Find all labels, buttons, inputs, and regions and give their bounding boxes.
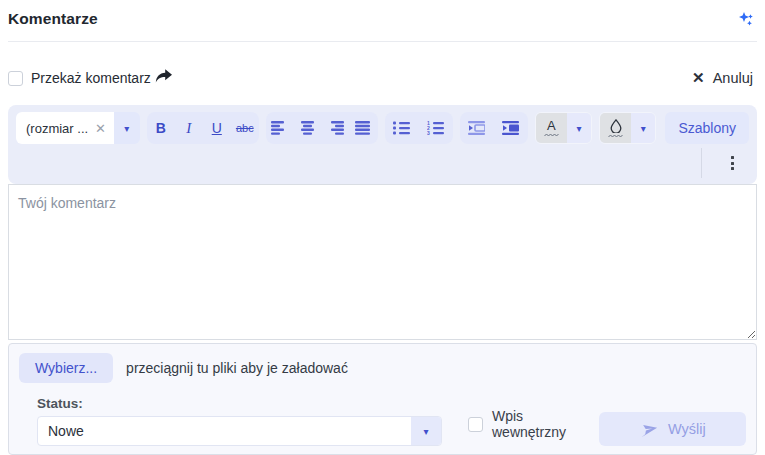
font-size-placeholder: (rozmiar ... — [26, 121, 88, 136]
strikethrough-button[interactable]: abc — [231, 113, 259, 143]
underline-button[interactable]: U — [203, 113, 231, 143]
bullet-list-icon — [393, 121, 410, 135]
cancel-label: Anuluj — [713, 70, 753, 86]
align-right-icon — [327, 121, 344, 135]
status-label: Status: — [37, 396, 442, 411]
upload-row: Wybierz... przeciągnij tu pliki aby je z… — [19, 353, 746, 383]
text-color-button[interactable]: A — [536, 113, 567, 143]
header: Komentarze — [8, 8, 757, 42]
text-color-icon: A — [547, 119, 556, 132]
toolbar-divider — [701, 148, 702, 178]
bullet-list-button[interactable] — [385, 113, 419, 143]
outdent-button[interactable] — [460, 113, 494, 143]
editor-toolbar: (rozmiar ... ✕ ▾ B I U abc — [8, 105, 757, 184]
align-left-icon — [271, 121, 288, 135]
internal-entry-label: Wpis wewnętrzny — [492, 408, 599, 440]
underline-icon: U — [212, 120, 222, 136]
bold-icon: B — [156, 120, 166, 136]
zigzag-underline-icon — [544, 133, 559, 137]
status-block: Status: Nowe ▾ — [37, 396, 442, 446]
kebab-menu-icon[interactable] — [715, 148, 749, 178]
toolbar-row-1: (rozmiar ... ✕ ▾ B I U abc — [16, 110, 749, 146]
zigzag-underline-icon — [608, 134, 623, 138]
attachment-status-panel: Wybierz... przeciągnij tu pliki aby je z… — [8, 343, 757, 455]
list-group: 123 — [385, 112, 453, 144]
text-style-group: B I U abc — [147, 112, 259, 144]
internal-entry-group: Wpis wewnętrzny — [468, 408, 599, 440]
highlight-color-dropdown-button[interactable]: ▾ — [631, 113, 655, 143]
templates-button[interactable]: Szablony — [665, 112, 749, 144]
highlight-color-button[interactable] — [600, 113, 631, 143]
strikethrough-icon: abc — [236, 122, 254, 134]
clear-icon[interactable]: ✕ — [95, 121, 106, 136]
text-color-control: A ▾ — [535, 112, 592, 144]
indent-group — [460, 112, 528, 144]
toolbar-row-2 — [16, 146, 749, 180]
status-dropdown-button[interactable]: ▾ — [411, 417, 441, 445]
forward-comment-checkbox[interactable] — [8, 71, 23, 86]
status-select[interactable]: Nowe ▾ — [37, 416, 442, 446]
forward-comment-label: Przekaż komentarz — [31, 70, 151, 86]
drag-drop-hint: przeciągnij tu pliki aby je załadować — [126, 360, 348, 376]
italic-icon: I — [186, 120, 191, 137]
comment-input[interactable] — [8, 184, 757, 340]
choose-file-button[interactable]: Wybierz... — [19, 353, 113, 383]
numbered-list-icon: 123 — [427, 121, 444, 135]
internal-entry-checkbox[interactable] — [468, 417, 483, 432]
forward-icon — [155, 69, 172, 88]
forward-comment-group: Przekaż komentarz — [8, 69, 172, 88]
send-label: Wyślij — [668, 421, 706, 437]
droplet-icon — [610, 119, 622, 133]
chevron-down-icon: ▾ — [641, 123, 646, 134]
font-size-dropdown-button[interactable]: ▾ — [114, 112, 140, 144]
text-color-dropdown-button[interactable]: ▾ — [567, 113, 591, 143]
chevron-down-icon: ▾ — [124, 123, 129, 134]
font-size-select[interactable]: (rozmiar ... ✕ ▾ — [16, 112, 140, 144]
align-justify-button[interactable] — [350, 113, 378, 143]
align-justify-icon — [355, 121, 372, 135]
close-icon: ✕ — [692, 69, 705, 87]
indent-icon — [502, 121, 519, 135]
chevron-down-icon: ▾ — [576, 123, 581, 134]
numbered-list-button[interactable]: 123 — [419, 113, 453, 143]
comments-panel: Komentarze Przekaż komentarz ✕ Anuluj — [0, 0, 765, 455]
status-selected-value: Nowe — [38, 417, 411, 445]
align-left-button[interactable] — [266, 113, 294, 143]
cancel-button[interactable]: ✕ Anuluj — [692, 69, 757, 87]
align-center-button[interactable] — [294, 113, 322, 143]
align-center-icon — [299, 121, 316, 135]
outdent-icon — [468, 121, 485, 135]
page-title: Komentarze — [8, 10, 98, 28]
italic-button[interactable]: I — [175, 113, 203, 143]
actions-row: Przekaż komentarz ✕ Anuluj — [8, 66, 757, 90]
send-icon — [639, 421, 658, 437]
align-right-button[interactable] — [322, 113, 350, 143]
alignment-group — [266, 112, 378, 144]
svg-text:3: 3 — [427, 130, 430, 135]
font-size-value[interactable]: (rozmiar ... ✕ — [16, 112, 114, 144]
send-button[interactable]: Wyślij — [599, 412, 746, 446]
bold-button[interactable]: B — [147, 113, 175, 143]
footer-row: Status: Nowe ▾ Wpis wewnętrzny Wyślij — [19, 396, 746, 446]
indent-button[interactable] — [494, 113, 528, 143]
chevron-down-icon: ▾ — [423, 426, 428, 437]
highlight-color-control: ▾ — [599, 112, 656, 144]
ai-sparkles-icon[interactable] — [738, 11, 755, 32]
